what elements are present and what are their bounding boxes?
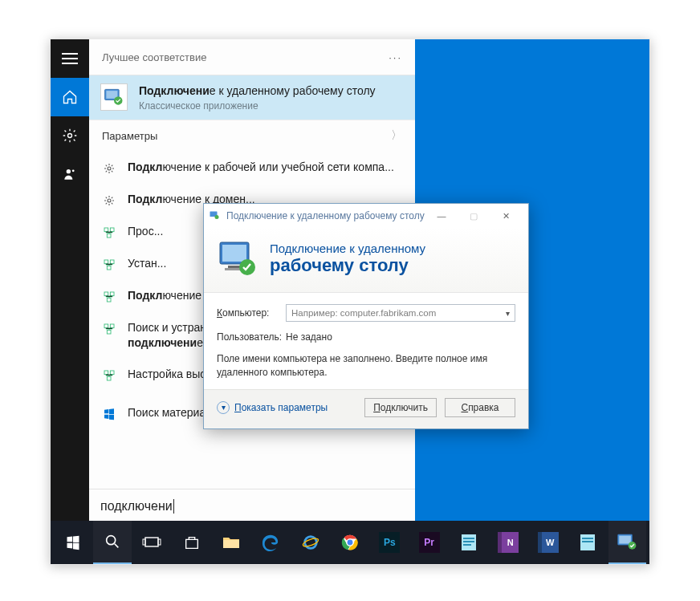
connect-button[interactable]: Подключить	[364, 398, 437, 417]
best-match-title: Подключение к удаленному рабочему столу	[139, 83, 376, 99]
svg-rect-14	[104, 292, 108, 296]
settings-rail-button[interactable]	[51, 116, 89, 155]
edge-icon	[262, 534, 279, 551]
maximize-button[interactable]: ▢	[458, 205, 490, 227]
app2-button[interactable]	[568, 521, 606, 564]
search-button[interactable]	[93, 521, 131, 564]
chevron-right-icon: 〉	[391, 128, 402, 143]
word-button[interactable]: W	[529, 521, 567, 564]
home-button[interactable]	[51, 78, 89, 116]
user-label: Пользователь:	[217, 331, 286, 343]
document-icon	[579, 533, 596, 552]
settings-section-header[interactable]: Параметры 〉	[89, 120, 415, 152]
expand-icon: ▾	[217, 401, 230, 414]
best-match-label: Лучшее соответствие	[102, 51, 206, 63]
hamburger-button[interactable]	[51, 39, 89, 78]
network-icon	[102, 290, 116, 304]
svg-rect-11	[104, 260, 108, 264]
ie-icon	[302, 534, 319, 551]
gear-icon	[62, 128, 78, 144]
svg-rect-19	[107, 330, 111, 334]
help-button[interactable]: Справка	[445, 398, 515, 417]
rdp-title-icon	[209, 209, 222, 222]
settings-section-label: Параметры	[102, 130, 157, 142]
svg-rect-13	[107, 266, 111, 270]
person-icon	[62, 166, 78, 182]
taskview-icon	[142, 534, 161, 550]
svg-rect-42	[463, 541, 474, 542]
search-query-text: подключени	[100, 499, 173, 514]
show-options-link[interactable]: ▾ Показать параметры	[217, 401, 328, 414]
more-icon[interactable]: ···	[389, 51, 402, 63]
rdp-banner-icon	[217, 238, 258, 279]
svg-point-35	[302, 537, 319, 548]
svg-rect-15	[110, 292, 114, 296]
rdp-titlebar[interactable]: Подключение к удаленному рабочему столу …	[204, 204, 528, 228]
rdp-app-icon	[100, 83, 128, 111]
svg-rect-27	[228, 266, 241, 268]
svg-point-24	[215, 215, 219, 219]
rdp-banner-line2: рабочему столу	[270, 255, 425, 276]
svg-rect-43	[463, 544, 471, 546]
windows-icon	[102, 407, 116, 421]
svg-rect-12	[110, 260, 114, 264]
svg-rect-46	[582, 541, 593, 542]
svg-rect-20	[104, 371, 108, 375]
network-icon	[102, 258, 116, 272]
svg-rect-18	[110, 324, 114, 328]
svg-point-7	[108, 199, 111, 202]
edge-button[interactable]	[252, 521, 290, 564]
search-input[interactable]: подключени	[89, 489, 415, 522]
minimize-button[interactable]: —	[425, 205, 458, 227]
user-value: Не задано	[286, 331, 332, 343]
store-icon	[183, 534, 201, 551]
svg-rect-22	[107, 376, 111, 380]
document-icon	[460, 533, 478, 552]
rdp-taskbar-button[interactable]	[608, 521, 646, 564]
rdp-icon	[617, 532, 637, 551]
svg-rect-32	[143, 539, 145, 545]
chrome-button[interactable]	[331, 521, 368, 564]
svg-point-2	[72, 169, 75, 172]
store-button[interactable]	[173, 521, 210, 564]
rdp-dialog: Подключение к удаленному рабочему столу …	[203, 203, 529, 429]
svg-point-30	[107, 536, 116, 545]
rdp-banner-line1: Подключение к удаленному	[270, 242, 425, 255]
svg-rect-16	[107, 298, 111, 302]
ie-button[interactable]	[291, 521, 329, 564]
svg-point-38	[348, 540, 352, 545]
svg-rect-10	[107, 233, 111, 238]
svg-point-6	[108, 167, 111, 170]
svg-rect-9	[110, 228, 114, 232]
photoshop-button[interactable]: Ps	[371, 521, 409, 564]
rdp-banner: Подключение к удаленному рабочему столу	[204, 228, 528, 293]
svg-rect-17	[104, 324, 108, 328]
svg-point-0	[68, 134, 72, 138]
chevron-down-icon: ▾	[506, 309, 510, 318]
best-match-header: Лучшее соответствие ···	[89, 39, 415, 75]
svg-rect-21	[110, 371, 114, 375]
svg-rect-33	[158, 539, 161, 545]
best-match-item[interactable]: Подключение к удаленному рабочему столу …	[89, 75, 415, 120]
network-icon	[102, 368, 116, 383]
settings-icon	[102, 193, 116, 208]
start-button[interactable]	[54, 521, 92, 564]
explorer-button[interactable]	[212, 521, 250, 564]
svg-rect-45	[582, 538, 593, 539]
result-text: Подключение к рабочей или учебной сети к…	[128, 160, 402, 175]
windows-icon	[65, 534, 81, 550]
app1-button[interactable]	[450, 521, 487, 564]
svg-rect-31	[145, 538, 158, 546]
people-rail-button[interactable]	[51, 155, 89, 193]
best-match-subtitle: Классическое приложение	[139, 100, 376, 112]
chrome-icon	[341, 534, 359, 551]
settings-icon	[102, 161, 116, 176]
result-item[interactable]: Подключение к рабочей или учебной сети к…	[89, 152, 415, 184]
computer-label: Компьютер:	[217, 307, 286, 319]
taskview-button[interactable]	[133, 521, 171, 564]
computer-combobox[interactable]: Например: computer.fabrikam.com ▾	[286, 304, 515, 322]
close-button[interactable]: ✕	[490, 205, 522, 227]
computer-placeholder: Например: computer.fabrikam.com	[291, 308, 436, 318]
onenote-button[interactable]: N	[490, 521, 527, 564]
premiere-button[interactable]: Pr	[410, 521, 448, 564]
